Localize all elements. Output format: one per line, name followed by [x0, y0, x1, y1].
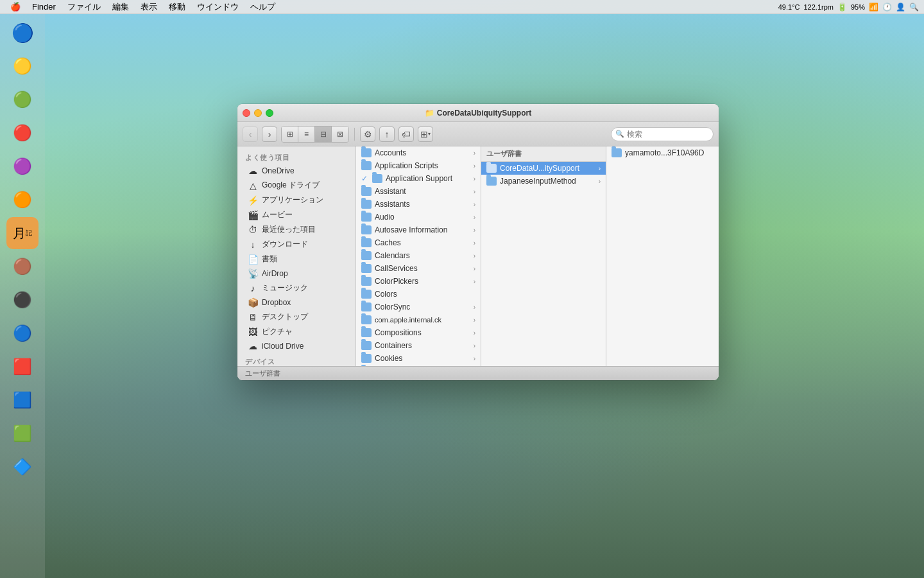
- sidebar-item-airdrop[interactable]: 📡 AirDrop: [240, 267, 353, 281]
- tag-icon: 🏷: [402, 129, 411, 139]
- share-button[interactable]: ↑: [379, 127, 395, 142]
- gallery-view-btn[interactable]: ⊠: [332, 127, 348, 142]
- item-label: ColorPickers: [375, 277, 418, 286]
- fullscreen-button[interactable]: [266, 109, 273, 117]
- sidebar-label: デスクトップ: [262, 311, 308, 322]
- minimize-button[interactable]: [254, 109, 262, 117]
- dock: 🔵 🟡 🟢 🔴 🟣 🟠 月記 🟤 ⚫ 🔵 🟥 🟦 🟩 🔷: [0, 14, 45, 578]
- col1-compositions[interactable]: Compositions ›: [356, 326, 481, 339]
- gallery-view-icon: ⊠: [337, 130, 343, 139]
- sidebar-item-documents[interactable]: 📄 書類: [240, 252, 353, 267]
- action-button[interactable]: ⚙: [360, 127, 375, 142]
- col2-coredataUbiquity[interactable]: CoreDataU...itySupport ›: [481, 162, 606, 175]
- chevron-icon: ›: [474, 227, 475, 234]
- toolbar-separator: [354, 128, 355, 141]
- dock-app9[interactable]: 🔵: [6, 317, 38, 349]
- dock-app12[interactable]: 🟩: [6, 417, 38, 450]
- chevron-icon: ›: [474, 342, 475, 349]
- col1-comapple[interactable]: com.apple.internal.ck ›: [356, 313, 481, 326]
- dock-app11[interactable]: 🟦: [6, 384, 38, 416]
- window-menu[interactable]: ウインドウ: [192, 1, 244, 13]
- edit-menu[interactable]: 編集: [107, 1, 134, 13]
- view-menu[interactable]: 表示: [135, 1, 162, 13]
- folder-icon: [361, 277, 372, 286]
- col3-yamamoto[interactable]: yamamoto...3F10A96D ›: [606, 146, 719, 159]
- dock-finder[interactable]: 🔵: [6, 17, 38, 49]
- window-title-text: CoreDataUbiquitySupport: [437, 109, 531, 118]
- tag-button[interactable]: 🏷: [398, 127, 414, 142]
- col1-colorsync[interactable]: ColorSync ›: [356, 301, 481, 313]
- col1-colors[interactable]: Colors: [356, 288, 481, 301]
- col1-colorpickers[interactable]: ColorPickers ›: [356, 275, 481, 288]
- go-menu[interactable]: 移動: [164, 1, 191, 13]
- sidebar-label: Google ドライブ: [262, 180, 320, 191]
- col1-audio[interactable]: Audio ›: [356, 211, 481, 223]
- dock-app13[interactable]: 🔷: [6, 451, 38, 483]
- spotlight-icon[interactable]: 🔍: [909, 3, 919, 12]
- finder-window: 📁 CoreDataUbiquitySupport ‹ › ⊞ ≡ ⊟: [237, 104, 719, 380]
- folder-icon: [361, 161, 372, 170]
- sidebar-item-movies[interactable]: 🎬 ムービー: [240, 207, 353, 222]
- dock-app1[interactable]: 🟡: [6, 50, 38, 82]
- dock-app3[interactable]: 🔴: [6, 117, 38, 149]
- folder-icon: [486, 177, 497, 186]
- search-input[interactable]: [611, 127, 714, 141]
- applications-icon: ⚡: [248, 195, 258, 206]
- col1-cookies[interactable]: Cookies ›: [356, 352, 481, 365]
- sidebar-item-icloud[interactable]: ☁ iCloud Drive: [240, 339, 353, 353]
- action-icon: ⚙: [364, 129, 372, 139]
- recent-icon: ⏱: [248, 225, 258, 235]
- documents-icon: 📄: [248, 254, 258, 265]
- col1-assistant[interactable]: Assistant ›: [356, 185, 481, 198]
- sidebar-item-pictures[interactable]: 🖼 ピクチャ: [240, 324, 353, 339]
- folder-icon: [361, 225, 372, 234]
- back-button[interactable]: ‹: [243, 127, 258, 142]
- sidebar-item-dropbox[interactable]: 📦 Dropbox: [240, 295, 353, 310]
- item-label: Application Support: [386, 174, 452, 183]
- folder-icon: [361, 264, 372, 273]
- dock-app7[interactable]: 🟤: [6, 250, 38, 283]
- dock-app6[interactable]: 月記: [6, 217, 38, 249]
- dock-app2[interactable]: 🟢: [6, 83, 38, 116]
- col1-accounts[interactable]: Accounts ›: [356, 146, 481, 159]
- pictures-icon: 🖼: [248, 327, 258, 337]
- file-menu[interactable]: ファイル: [62, 1, 106, 13]
- arrange-button[interactable]: ⊞ ▾: [418, 127, 433, 142]
- sidebar-label: OneDrive: [262, 166, 295, 175]
- col1-appscripts[interactable]: Application Scripts ›: [356, 159, 481, 172]
- finder-menu[interactable]: Finder: [27, 1, 61, 12]
- sidebar-item-desktop[interactable]: 🖥 デスクトップ: [240, 310, 353, 324]
- apple-menu[interactable]: 🍎: [5, 1, 26, 12]
- desktop: 🔵 🟡 🟢 🔴 🟣 🟠 月記 🟤 ⚫ 🔵 🟥 🟦 🟩 🔷 📁 CoreDataU…: [0, 0, 924, 578]
- col1-callservices[interactable]: CallServices ›: [356, 262, 481, 275]
- forward-button[interactable]: ›: [262, 127, 277, 142]
- col2-japaneseinput[interactable]: JapaneseInputMethod ›: [481, 175, 606, 188]
- list-view-btn[interactable]: ≡: [298, 127, 315, 142]
- icon-view-btn[interactable]: ⊞: [282, 127, 298, 142]
- col1-autosave[interactable]: Autosave Information ›: [356, 223, 481, 236]
- sidebar-item-recent[interactable]: ⏱ 最近使った項目: [240, 222, 353, 237]
- col1-assistants[interactable]: Assistants ›: [356, 198, 481, 211]
- dock-app8[interactable]: ⚫: [6, 284, 38, 316]
- col1-appsupport[interactable]: ✓ Application Support ›: [356, 172, 481, 185]
- dock-app10[interactable]: 🟥: [6, 351, 38, 383]
- column-view-btn[interactable]: ⊟: [315, 127, 332, 142]
- sidebar-item-downloads[interactable]: ↓ ダウンロード: [240, 237, 353, 252]
- chevron-icon: ›: [474, 162, 475, 170]
- close-button[interactable]: [243, 109, 250, 117]
- col1-containers[interactable]: Containers ›: [356, 339, 481, 352]
- sidebar-item-music[interactable]: ♪ ミュージック: [240, 281, 353, 295]
- sidebar-item-applications[interactable]: ⚡ アプリケーション: [240, 193, 353, 207]
- sidebar-item-onedrive[interactable]: ☁ OneDrive: [240, 164, 353, 178]
- sidebar-label: ダウンロード: [262, 239, 308, 250]
- col1-caches[interactable]: Caches ›: [356, 236, 481, 249]
- dock-app4[interactable]: 🟣: [6, 150, 38, 182]
- col1-coredata[interactable]: CoreData ›: [356, 365, 481, 366]
- sidebar-item-googledrive[interactable]: △ Google ドライブ: [240, 178, 353, 193]
- folder-icon: [486, 164, 497, 173]
- help-menu[interactable]: ヘルプ: [245, 1, 280, 13]
- dock-app5[interactable]: 🟠: [6, 184, 38, 216]
- clock-icon: 🕐: [882, 3, 892, 12]
- chevron-icon: ›: [474, 240, 475, 247]
- col1-calendars[interactable]: Calendars ›: [356, 249, 481, 262]
